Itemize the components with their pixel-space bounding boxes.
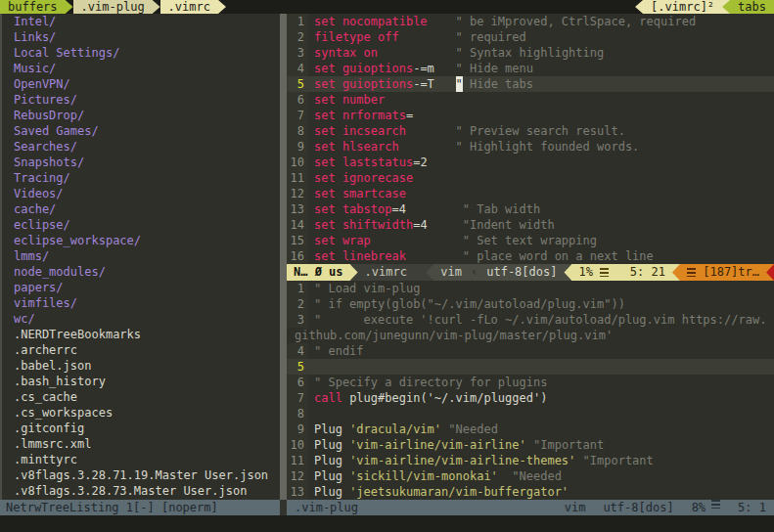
- code-token: 'vim-airline/vim-airline': [349, 437, 526, 453]
- tree-item-dir[interactable]: Pictures/: [0, 92, 280, 108]
- code-token: " Highlight founded words.: [456, 139, 640, 155]
- tree-item-dir[interactable]: wc/: [0, 311, 280, 327]
- code-token: =: [406, 108, 413, 123]
- code-line[interactable]: 3" execute '!curl -fLo ~/.vim/autoload/p…: [287, 312, 774, 328]
- code-line[interactable]: 2" if empty(glob("~/.vim/autoload/plug.v…: [287, 296, 774, 312]
- tab-tabs[interactable]: tabs: [730, 0, 774, 14]
- line-number: 6: [287, 92, 308, 108]
- line-number: 4: [287, 61, 308, 76]
- code-token: set hlsearch: [314, 139, 399, 155]
- powerline-arrow-icon: [722, 0, 730, 14]
- code-line[interactable]: 9Plug 'dracula/vim' "Needed: [287, 421, 774, 437]
- code-line[interactable]: 9set hlsearch " Highlight founded words.: [287, 139, 774, 155]
- code-token: 'dracula/vim': [349, 421, 441, 437]
- tree-item-dir[interactable]: Saved Games/: [0, 123, 280, 139]
- code-line[interactable]: 14set shiftwidth=4 "Indent width: [287, 217, 774, 233]
- tree-item-dir[interactable]: Videos/: [0, 186, 280, 201]
- tree-item-dir[interactable]: Local Settings/: [0, 45, 280, 61]
- code-line[interactable]: 1set nocompatible " be iMproved, CtrlSpa…: [287, 14, 774, 29]
- tree-item-dir[interactable]: eclipse_workspace/: [0, 233, 280, 248]
- code-line[interactable]: 1" Load vim-plug: [287, 281, 774, 296]
- code-token: =2: [413, 155, 427, 170]
- code-line[interactable]: 12set smartcase: [287, 186, 774, 201]
- line-number: 8: [287, 123, 308, 139]
- code-line[interactable]: 5set guioptions-=T " Hide tabs: [287, 76, 774, 92]
- tree-item-file[interactable]: .cs_workspaces: [0, 405, 280, 421]
- tree-item-dir[interactable]: vimfiles/: [0, 295, 280, 311]
- code-line[interactable]: 13set tabstop=4 " Tab width: [287, 201, 774, 217]
- code-line[interactable]: 3syntax on " Syntax highlighting: [287, 45, 774, 61]
- window-separator[interactable]: [280, 14, 287, 500]
- vimrc-window: 1set nocompatible " be iMproved, CtrlSpa…: [287, 14, 774, 264]
- code-token: [575, 453, 582, 468]
- tree-item-dir[interactable]: Searches/: [0, 139, 280, 155]
- code-line[interactable]: 16set linebreak " place word on a next l…: [287, 248, 774, 264]
- tree-item-dir[interactable]: OpenVPN/: [0, 76, 280, 92]
- line-number: 6: [287, 375, 308, 390]
- code-token: [399, 29, 456, 45]
- tree-item-file[interactable]: .v8flags.3.28.71.19.Master User.json: [0, 467, 280, 483]
- command-line[interactable]: [0, 515, 774, 532]
- line-number: 7: [287, 108, 308, 123]
- tree-item-file[interactable]: .minttyrc: [0, 452, 280, 467]
- code-line[interactable]: 10set laststatus=2: [287, 155, 774, 170]
- line-number: 3: [287, 45, 308, 61]
- line-number: 2: [287, 29, 308, 45]
- code-line[interactable]: 10Plug 'vim-airline/vim-airline' "Import…: [287, 437, 774, 453]
- tree-item-dir[interactable]: RebusDrop/: [0, 108, 280, 123]
- tree-item-file[interactable]: .cs_cache: [0, 389, 280, 405]
- tree-item-dir[interactable]: Links/: [0, 29, 280, 45]
- code-line[interactable]: 6" Specify a directory for plugins: [287, 375, 774, 390]
- code-line[interactable]: 7call plug#begin('~/.vim/plugged'): [287, 390, 774, 406]
- line-number: 3: [287, 312, 308, 328]
- tree-item-dir[interactable]: lmms/: [0, 248, 280, 264]
- line-number: 9: [287, 139, 308, 155]
- code-token: "Needed: [448, 421, 498, 437]
- tab--vimrc[interactable]: .vimrc: [160, 0, 218, 14]
- tree-item-dir[interactable]: Tracing/: [0, 170, 280, 186]
- tree-item-dir[interactable]: Snapshots/: [0, 155, 280, 170]
- code-line[interactable]: 8set incsearch " Preview search result.: [287, 123, 774, 139]
- line-number: 16: [287, 248, 308, 264]
- code-token: Plug: [314, 437, 349, 453]
- code-line-wrap[interactable]: github.com/junegunn/vim-plug/master/plug…: [287, 328, 774, 343]
- code-token: " endif: [314, 343, 364, 359]
- code-line[interactable]: 7set nrformats=: [287, 108, 774, 123]
- code-token: Plug: [314, 453, 349, 468]
- code-token: [526, 437, 533, 453]
- code-line[interactable]: 5: [287, 359, 774, 375]
- code-token: 'sickill/vim-monokai': [349, 468, 498, 484]
- code-line[interactable]: 8: [287, 406, 774, 421]
- code-line[interactable]: 12Plug 'sickill/vim-monokai' "Needed: [287, 468, 774, 484]
- tab-buffers[interactable]: buffers: [0, 0, 66, 14]
- tree-item-dir[interactable]: Music/: [0, 61, 280, 76]
- code-line[interactable]: 11Plug 'vim-airline/vim-airline-themes' …: [287, 453, 774, 468]
- tree-item-file[interactable]: .babel.json: [0, 358, 280, 374]
- tree-item-dir[interactable]: cache/: [0, 201, 280, 217]
- code-line[interactable]: 13Plug 'jeetsukumaran/vim-buffergator': [287, 484, 774, 500]
- tree-item-file[interactable]: .bash_history: [0, 374, 280, 389]
- code-token: set laststatus: [314, 155, 413, 170]
- code-line[interactable]: 11set ignorecase: [287, 170, 774, 186]
- tree-item-dir[interactable]: Intel/: [0, 14, 280, 29]
- code-line[interactable]: 15set wrap " Set text wrapping: [287, 233, 774, 248]
- line-number: 4: [287, 343, 308, 359]
- code-token: [399, 139, 456, 155]
- tree-item-dir[interactable]: papers/: [0, 280, 280, 295]
- tree-item-file[interactable]: .v8flags.3.28.73.Master User.json: [0, 483, 280, 499]
- code-line[interactable]: 4" endif: [287, 343, 774, 359]
- line-number: 14: [287, 217, 308, 233]
- code-line[interactable]: 6set number: [287, 92, 774, 108]
- tree-item-file[interactable]: .lmmsrc.xml: [0, 436, 280, 452]
- tab--vimrc-[interactable]: [.vimrc]²: [643, 0, 722, 14]
- tree-item-dir[interactable]: node_modules/: [0, 264, 280, 280]
- tab--vim-plug[interactable]: .vim-plug: [73, 0, 153, 14]
- tree-item-file[interactable]: .archerrc: [0, 342, 280, 358]
- code-line[interactable]: 4set guioptions-=m " Hide menu: [287, 61, 774, 76]
- tree-item-file[interactable]: .gitconfig: [0, 421, 280, 436]
- code-line[interactable]: 2filetype off " required: [287, 29, 774, 45]
- vim-plug-statusline: .vim-plug vim utf-8[dos] 8% 5: 1: [287, 500, 774, 515]
- powerline-arrow-icon: [672, 264, 680, 281]
- tree-item-file[interactable]: .NERDTreeBookmarks: [0, 327, 280, 342]
- tree-item-dir[interactable]: eclipse/: [0, 217, 280, 233]
